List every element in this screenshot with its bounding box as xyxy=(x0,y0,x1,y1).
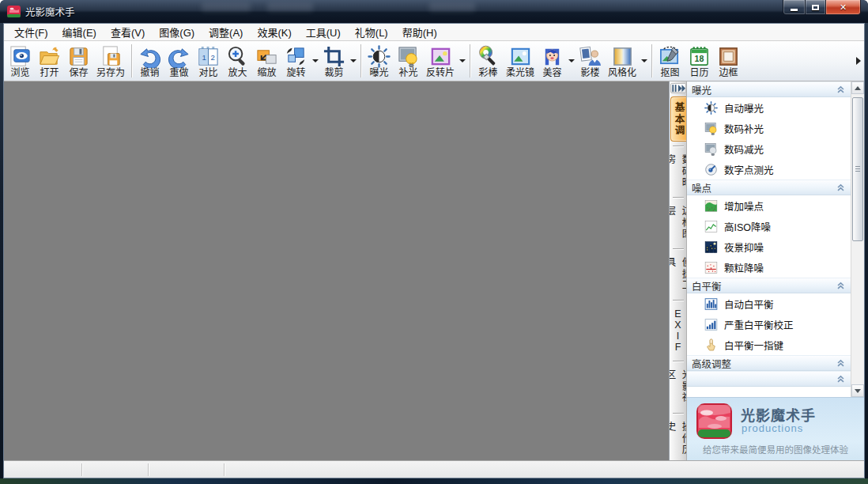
section-header[interactable]: 噪点 xyxy=(687,180,851,195)
collapse-panel-icon[interactable] xyxy=(670,83,686,93)
status-cell xyxy=(82,463,149,476)
section-header[interactable]: 白平衡 xyxy=(687,278,851,293)
scroll-up-icon[interactable] xyxy=(851,81,864,94)
dropdown-arrow-icon[interactable] xyxy=(349,46,357,76)
panel-sections: 曝光自动曝光数码补光数码减光数字点测光噪点增加噪点高ISO降噪夜景抑噪颗粒降噪白… xyxy=(687,81,851,397)
compare-icon: 12 xyxy=(197,45,220,68)
toolbar-button[interactable]: 打开 xyxy=(35,43,64,79)
section-header[interactable] xyxy=(687,371,851,387)
cutout-icon xyxy=(659,45,681,68)
toolbar-button-label: 边框 xyxy=(719,68,738,78)
chevron-up-icon[interactable] xyxy=(836,85,845,94)
toolbar-button-label: 反转片 xyxy=(426,68,455,78)
background-blur xyxy=(429,2,475,12)
menu-item[interactable]: 礼物(L) xyxy=(348,23,395,41)
sidebar-tab[interactable]: 操作历史 xyxy=(670,418,687,460)
panel-command[interactable]: 夜景抑噪 xyxy=(687,236,851,257)
sidebar-tab[interactable]: 便捷工具 xyxy=(670,253,687,296)
adjustment-panel: 曝光自动曝光数码补光数码减光数字点测光噪点增加噪点高ISO降噪夜景抑噪颗粒降噪白… xyxy=(687,81,864,460)
toolbar-button[interactable]: 风格化 xyxy=(605,43,640,79)
panel-command[interactable]: 高ISO降噪 xyxy=(687,216,851,236)
toolbar-button[interactable]: 彩棒 xyxy=(474,43,503,79)
maximize-button[interactable] xyxy=(805,0,826,15)
undo-icon xyxy=(138,45,161,68)
panel-command[interactable]: 数字点测光 xyxy=(687,159,851,180)
svg-text:18: 18 xyxy=(695,54,704,63)
close-button[interactable]: ✕ xyxy=(825,0,861,15)
panel-scrollbar[interactable] xyxy=(851,81,864,397)
dropdown-arrow-icon[interactable] xyxy=(568,46,575,76)
dropdown-arrow-icon[interactable] xyxy=(459,46,466,76)
chevron-up-icon[interactable] xyxy=(836,183,845,192)
section-header[interactable]: 曝光 xyxy=(687,81,851,97)
image-workspace[interactable] xyxy=(4,81,670,460)
panel-command[interactable]: 自动白平衡 xyxy=(687,293,851,314)
menu-item[interactable]: 文件(F) xyxy=(7,23,55,41)
menu-item[interactable]: 工具(U) xyxy=(299,23,348,41)
tab-separator xyxy=(673,197,684,198)
menu-item[interactable]: 效果(K) xyxy=(250,23,298,41)
scrollbar-thumb[interactable] xyxy=(852,97,863,241)
section-header[interactable]: 高级调整 xyxy=(687,355,851,371)
sidebar-tab[interactable]: 基本调整 xyxy=(670,96,687,141)
toolbar-button[interactable]: 旋转 xyxy=(281,43,311,79)
tab-separator xyxy=(673,300,684,301)
section-title: 曝光 xyxy=(692,82,711,97)
toolbar-button[interactable]: 另存为 xyxy=(93,43,128,79)
toolbar-button-label: 对比 xyxy=(199,68,218,78)
section-title: 噪点 xyxy=(692,180,711,195)
menu-item[interactable]: 帮助(H) xyxy=(395,23,444,41)
dropdown-arrow-icon[interactable] xyxy=(640,46,647,76)
chevron-up-icon[interactable] xyxy=(836,375,845,384)
sidebar-tab[interactable]: 光影社区 xyxy=(670,365,687,408)
toolbar-button-label: 缩放 xyxy=(258,68,277,78)
menu-item[interactable]: 图像(G) xyxy=(152,23,202,41)
panel-command[interactable]: 严重白平衡校正 xyxy=(687,314,851,335)
toolbar-button[interactable]: 保存 xyxy=(64,43,93,79)
sidebar-tab[interactable]: EXIF xyxy=(670,304,686,357)
toolbar-button[interactable]: 重做 xyxy=(164,43,194,79)
sidebar-tab[interactable]: 边框图层 xyxy=(670,202,687,244)
toolbar-button[interactable]: 缩放 xyxy=(252,43,281,79)
toolbar-button[interactable]: 柔光镜 xyxy=(503,43,538,79)
auto-exposure-icon xyxy=(704,101,718,115)
scroll-down-icon[interactable] xyxy=(851,384,864,397)
grain-denoise-icon xyxy=(704,261,718,274)
svg-text:1: 1 xyxy=(202,53,206,62)
toolbar-button[interactable]: 12对比 xyxy=(194,43,223,79)
browse-icon xyxy=(9,45,32,68)
toolbar-button[interactable]: 18日历 xyxy=(685,43,714,79)
scrollbar-track[interactable] xyxy=(851,94,864,384)
menu-item[interactable]: 调整(A) xyxy=(202,23,250,41)
panel-command[interactable]: 数码补光 xyxy=(687,118,851,138)
toolbar-button-label: 旋转 xyxy=(287,68,306,78)
toolbar-button[interactable]: 反转片 xyxy=(423,43,458,79)
panel-command[interactable]: 数码减光 xyxy=(687,138,851,159)
toolbar-more-arrow-icon[interactable] xyxy=(856,57,861,65)
toolbar-button[interactable]: 裁剪 xyxy=(319,43,349,79)
chevron-up-icon[interactable] xyxy=(836,282,845,290)
toolbar-button[interactable]: 放大 xyxy=(223,43,252,79)
toolbar-button[interactable]: 边框 xyxy=(714,43,743,79)
dropdown-arrow-icon[interactable] xyxy=(311,46,319,76)
toolbar-button[interactable]: 抠图 xyxy=(655,43,685,79)
sidebar-tab[interactable]: 数码暗房 xyxy=(670,150,687,193)
brand-logo-icon xyxy=(696,403,733,440)
toolbar-button[interactable]: 补光 xyxy=(394,43,423,79)
toolbar-button[interactable]: 曝光 xyxy=(364,43,394,79)
chevron-up-icon[interactable] xyxy=(836,359,845,368)
panel-command[interactable]: 自动曝光 xyxy=(687,97,851,118)
title-bar[interactable]: 光影魔术手 ✕ xyxy=(0,0,868,23)
toolbar-button[interactable]: 浏览 xyxy=(6,43,35,79)
menu-item[interactable]: 查看(V) xyxy=(104,23,152,41)
minimize-button[interactable] xyxy=(783,0,806,15)
panel-command-label: 自动白平衡 xyxy=(724,297,774,312)
menu-item[interactable]: 编辑(E) xyxy=(55,23,104,41)
panel-command[interactable]: 增加噪点 xyxy=(687,195,851,216)
toolbar-button[interactable]: 美容 xyxy=(538,43,567,79)
toolbar-button[interactable]: 撤销 xyxy=(135,43,164,79)
toolbar-button-label: 抠图 xyxy=(661,68,680,78)
panel-command[interactable]: 颗粒降噪 xyxy=(687,257,851,278)
panel-command[interactable]: 白平衡一指键 xyxy=(687,335,851,355)
toolbar-button[interactable]: 影楼 xyxy=(576,43,605,79)
